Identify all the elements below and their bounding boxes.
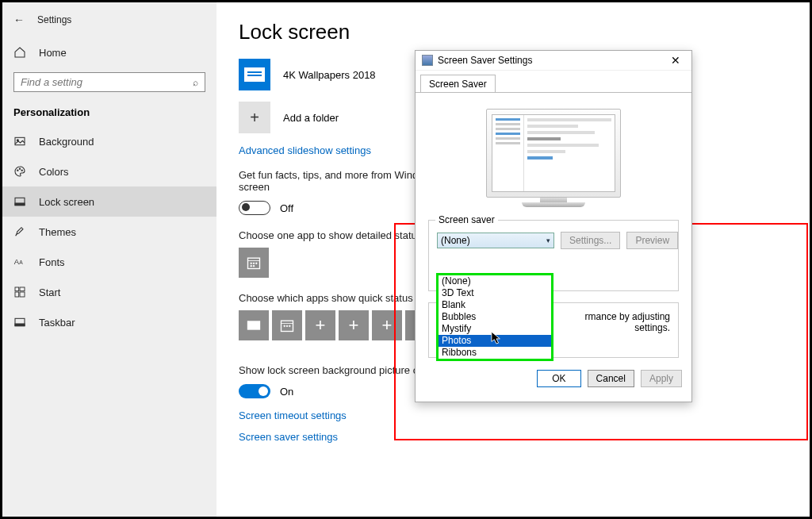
option-ribbons[interactable]: Ribbons [439,347,551,359]
svg-rect-9 [15,287,19,291]
fonts-icon: AA [13,256,26,268]
home-label: Home [39,47,67,59]
nav-fonts[interactable]: AA Fonts [2,247,216,277]
svg-point-26 [284,325,285,327]
option-bubbles[interactable]: Bubbles [439,311,551,323]
search-input[interactable] [21,76,193,88]
svg-rect-14 [15,324,25,326]
nav-background[interactable]: Background [2,126,216,156]
nav-lockscreen[interactable]: Lock screen [2,186,216,217]
nav-home[interactable]: Home [2,39,216,66]
svg-point-3 [19,168,20,169]
detailed-status-slot[interactable] [239,248,269,278]
toggle-on-label: On [280,386,293,398]
tips-toggle[interactable] [239,201,270,215]
monitor-preview [486,109,621,207]
taskbar-icon [13,316,26,329]
svg-rect-12 [20,292,25,297]
svg-point-27 [286,325,288,327]
combo-value: (None) [441,235,470,246]
picture-icon [13,135,26,148]
quick-slot-mail[interactable] [239,310,269,340]
nav-taskbar[interactable]: Taskbar [2,307,216,337]
screensaver-dropdown[interactable]: (None) 3D Text Blank Bubbles Mystify Pho… [436,273,553,361]
svg-point-20 [256,263,258,264]
settings-button[interactable]: Settings... [561,232,620,249]
svg-point-28 [289,325,291,327]
screen-saver-link[interactable]: Screen saver settings [239,431,787,443]
close-icon[interactable]: ✕ [666,54,685,67]
app-tile-4k[interactable] [239,59,270,90]
preview-button[interactable]: Preview [626,232,678,249]
add-folder-label: Add a folder [283,112,339,124]
pm-text-1: rmance by adjusting [585,311,670,322]
svg-point-4 [21,170,22,171]
lockscreen-icon [13,195,26,208]
mail-icon [246,317,262,333]
plus-icon: + [349,315,359,336]
signin-toggle[interactable] [239,384,270,398]
nav-label: Themes [39,226,76,238]
app-tile-label: 4K Wallpapers 2018 [283,69,376,81]
svg-text:A: A [14,258,20,266]
chevron-down-icon: ▾ [546,236,550,244]
search-input-wrapper[interactable]: ⌕ [13,72,205,92]
home-icon [13,46,26,59]
svg-rect-10 [20,287,25,291]
apply-button[interactable]: Apply [641,370,682,387]
quick-slot-add-3[interactable]: + [305,310,335,340]
nav-label: Start [39,286,60,298]
plus-icon: + [382,315,393,336]
page-title: Lock screen [239,20,787,44]
dialog-icon [422,55,433,66]
svg-point-2 [17,170,18,171]
pm-text-2: settings. [634,322,670,333]
window-title: Settings [37,14,71,25]
back-arrow-icon[interactable]: ← [13,13,25,26]
svg-point-19 [253,263,255,264]
nav-label: Background [39,136,94,148]
brush-icon [13,225,26,238]
tab-screensaver[interactable]: Screen Saver [420,75,496,93]
quick-slot-add-5[interactable]: + [372,310,402,340]
calendar-icon [279,317,295,333]
section-label: Personalization [2,102,216,126]
option-none[interactable]: (None) [439,275,551,287]
palette-icon [13,165,26,178]
option-mystify[interactable]: Mystify [439,323,551,335]
nav-start[interactable]: Start [2,277,216,307]
option-blank[interactable]: Blank [439,299,551,311]
add-folder-button[interactable]: + [239,102,270,133]
start-icon [13,286,26,298]
settings-sidebar: ← Settings Home ⌕ Personalization Backgr… [2,2,216,517]
nav-label: Colors [39,166,69,178]
toggle-off-label: Off [280,202,293,214]
plus-icon: + [316,315,326,336]
nav-themes[interactable]: Themes [2,217,216,247]
option-photos[interactable]: Photos [439,335,551,347]
calendar-icon [246,255,262,271]
svg-text:A: A [19,260,23,265]
nav-label: Fonts [39,256,65,268]
group-legend: Screen saver [435,214,498,225]
quick-slot-calendar[interactable] [272,310,302,340]
svg-point-22 [253,265,255,267]
nav-label: Lock screen [39,196,94,208]
svg-point-21 [251,265,252,267]
svg-point-18 [251,263,252,264]
option-3dtext[interactable]: 3D Text [439,287,551,299]
nav-colors[interactable]: Colors [2,156,216,186]
ok-button[interactable]: OK [537,370,580,387]
screensaver-dialog: Screen Saver Settings ✕ Screen Saver Scr… [415,50,692,402]
screen-timeout-link[interactable]: Screen timeout settings [239,409,787,421]
svg-rect-11 [15,292,19,297]
cancel-button[interactable]: Cancel [588,370,634,387]
search-icon: ⌕ [193,77,198,88]
svg-rect-6 [15,203,25,206]
dialog-title: Screen Saver Settings [438,55,532,66]
screensaver-combobox[interactable]: (None) ▾ [437,233,554,248]
quick-slot-add-4[interactable]: + [339,310,369,340]
nav-label: Taskbar [39,317,75,329]
